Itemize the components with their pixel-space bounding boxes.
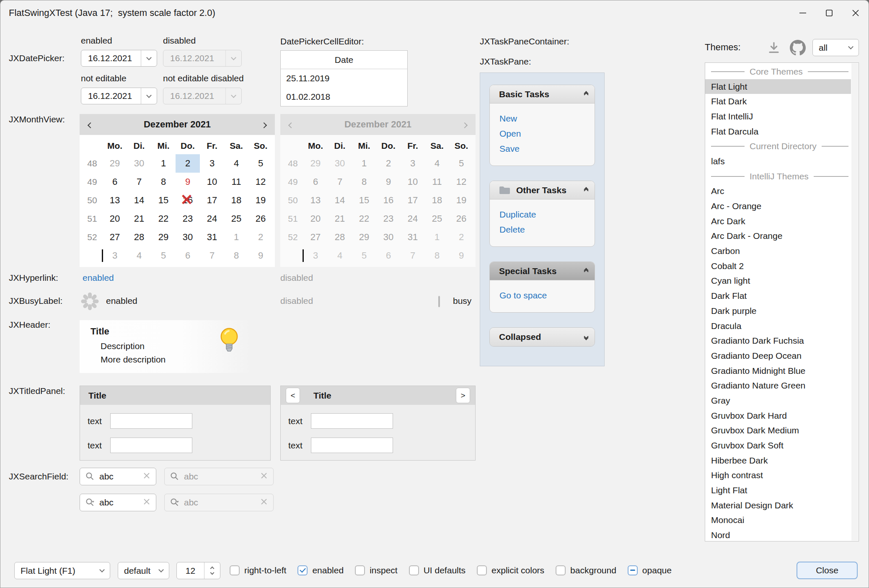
calendar-day[interactable]: 4 [224,154,248,173]
calendar-day[interactable]: 25 [224,210,248,228]
calendar-day[interactable]: 6 [103,173,127,191]
checkbox-box[interactable] [409,565,419,575]
calendar-day[interactable]: 3 [200,154,224,173]
calendar-day[interactable]: 5 [151,246,176,265]
calendar-day[interactable]: 29 [151,228,176,246]
checkbox-box[interactable] [297,565,308,575]
calendar-day[interactable]: 21 [127,210,151,228]
calendar-day[interactable]: 8 [224,246,248,265]
taskpane-link-save[interactable]: Save [499,141,595,156]
collapse-icon[interactable] [585,188,588,192]
calendar-day[interactable]: 7 [200,246,224,265]
theme-item-gradianto-deep-ocean[interactable]: Gradianto Deep Ocean [705,348,851,363]
hyperlink-enabled[interactable]: enabled [83,273,114,283]
collapse-icon[interactable] [585,92,588,96]
checkbox-explicit-colors[interactable]: explicit colors [477,565,544,575]
taskpane-link-new[interactable]: New [499,111,595,126]
taskpane-link-delete[interactable]: Delete [499,222,595,237]
clear-icon[interactable] [142,471,151,482]
text-input[interactable] [110,413,192,429]
calendar-day[interactable]: 1 [224,228,248,246]
prev-month-button[interactable] [88,119,93,130]
theme-item-dracula[interactable]: Dracula [705,319,851,334]
text-input[interactable] [110,438,192,453]
datepicker-not-editable[interactable]: 16.12.2021 [81,88,157,104]
style-combo[interactable]: default [118,562,169,579]
themes-scrollbar[interactable] [851,63,858,541]
theme-item-gradianto-midnight-blue[interactable]: Gradianto Midnight Blue [705,363,851,378]
checkbox-box[interactable] [477,565,487,575]
github-icon[interactable] [790,40,806,58]
checkbox-inspect[interactable]: inspect [355,565,398,575]
taskpane-header[interactable]: Other Tasks [490,181,595,199]
checkbox-opaque[interactable]: opaque [628,565,672,575]
theme-item-flat-dark[interactable]: Flat Dark [705,94,851,109]
calendar-day[interactable]: 2 [176,154,200,173]
calendar-day[interactable]: 15 [151,191,176,210]
calendar-day[interactable]: 27 [103,228,127,246]
calendar-day[interactable]: 8 [151,173,176,191]
expand-icon[interactable] [585,335,588,339]
theme-item-light-flat[interactable]: Light Flat [705,483,851,498]
calendar-day[interactable]: 17 [200,191,224,210]
calendar-day[interactable]: 10 [200,173,224,191]
checkbox-right-to-left[interactable]: right-to-left [230,565,286,575]
calendar-day[interactable]: 5 [248,154,273,173]
calendar-day[interactable]: 11 [224,173,248,191]
theme-item-gruvbox-dark-soft[interactable]: Gruvbox Dark Soft [705,438,851,453]
date-table-row[interactable]: 01.02.2018 [281,88,407,106]
theme-combo[interactable]: Flat Light (F1) [14,562,110,579]
theme-item-cyan-light[interactable]: Cyan light [705,274,851,289]
theme-item-gradianto-dark-fuchsia[interactable]: Gradianto Dark Fuchsia [705,333,851,348]
calendar-day[interactable]: 12 [248,173,273,191]
theme-item-cobalt-2[interactable]: Cobalt 2 [705,259,851,274]
calendar-day[interactable]: 9 [176,173,200,191]
theme-item-lafs[interactable]: lafs [705,154,851,169]
calendar-day[interactable]: 18 [224,191,248,210]
calendar-day[interactable]: 19 [248,191,273,210]
text-input[interactable] [311,413,393,429]
text-input[interactable] [311,438,393,453]
next-month-button[interactable] [262,119,266,130]
close-button[interactable]: Close [797,562,858,579]
calendar-day[interactable]: 30 [176,228,200,246]
calendar-day[interactable]: 28 [127,228,151,246]
calendar-day[interactable]: 20 [103,210,127,228]
theme-item-gray[interactable]: Gray [705,393,851,408]
theme-item-gradianto-nature-green[interactable]: Gradianto Nature Green [705,378,851,393]
calendar-day[interactable]: 24 [200,210,224,228]
busy-checkbox[interactable] [438,296,440,307]
clear-icon[interactable] [142,497,151,508]
download-icon[interactable] [767,41,781,57]
titled-panel-next-button[interactable]: > [456,388,470,403]
calendar-day[interactable]: 7 [127,173,151,191]
theme-item-flat-darcula[interactable]: Flat Darcula [705,124,851,139]
theme-item-high-contrast[interactable]: High contrast [705,468,851,483]
theme-item-hiberbee-dark[interactable]: Hiberbee Dark [705,453,851,468]
calendar-day[interactable]: 6 [176,246,200,265]
themes-filter-combo[interactable]: all [812,39,859,56]
theme-item-nord[interactable]: Nord [705,528,851,541]
taskpane-link-open[interactable]: Open [499,126,595,141]
titled-panel-prev-button[interactable]: < [286,388,300,403]
calendar-day[interactable]: 16 [176,191,200,210]
calendar-day[interactable]: 29 [103,154,127,173]
theme-item-material-design-dark[interactable]: Material Design Dark [705,498,851,513]
theme-item-flat-light[interactable]: Flat Light [705,79,851,94]
theme-item-dark-purple[interactable]: Dark purple [705,303,851,319]
calendar-day[interactable]: 23 [176,210,200,228]
taskpane-link-duplicate[interactable]: Duplicate [499,207,595,222]
theme-item-arc-dark-orange[interactable]: Arc Dark - Orange [705,229,851,244]
calendar-day[interactable]: 1 [151,154,176,173]
theme-item-arc-orange[interactable]: Arc - Orange [705,199,851,214]
calendar-day[interactable]: 2 [248,228,273,246]
taskpane-header[interactable]: Basic Tasks [490,85,595,104]
theme-item-arc-dark[interactable]: Arc Dark [705,214,851,229]
close-window-button[interactable] [842,0,869,26]
taskpane-header[interactable]: Special Tasks [490,262,595,280]
checkbox-enabled[interactable]: enabled [297,565,344,575]
collapse-icon[interactable] [585,269,588,273]
date-table-row[interactable]: 25.11.2019 [281,69,407,88]
calendar-day[interactable]: 22 [151,210,176,228]
theme-item-monocai[interactable]: Monocai [705,513,851,528]
